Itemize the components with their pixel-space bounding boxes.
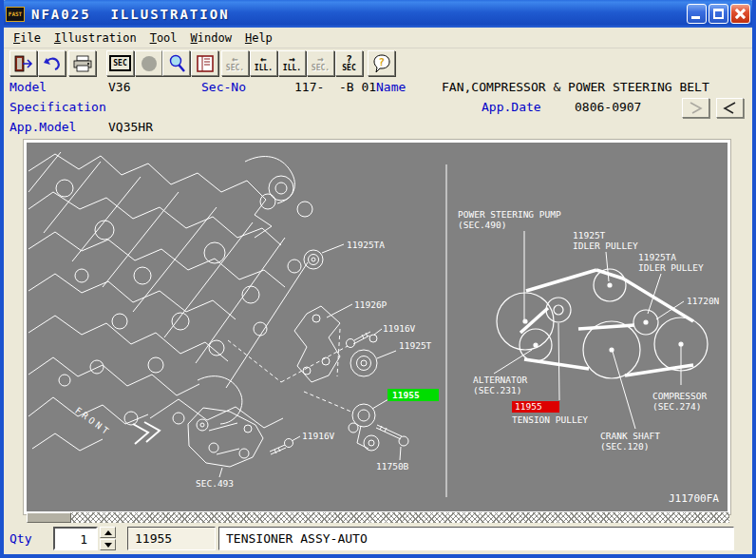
left-arrow-icon: ← <box>232 55 238 64</box>
part-label-11926p[interactable]: 11926P <box>354 299 387 310</box>
label-compressor: COMPRESSOR <box>652 391 707 401</box>
qty-increment-button[interactable] <box>100 527 116 538</box>
label-crank-shaft: CRANK SHAFT <box>600 431 660 441</box>
label-tension-pulley: TENSION PULLEY <box>512 414 588 425</box>
part-label-11916v-b[interactable]: 11916V <box>302 431 335 441</box>
qty-decrement-button[interactable] <box>100 539 116 550</box>
secno-value: 117- -B 01 <box>294 80 376 94</box>
circle-button[interactable] <box>135 50 162 76</box>
application-window: { "window": { "logo": "FAST", "title": "… <box>0 0 756 558</box>
up-arrow-icon <box>104 530 112 535</box>
qty-input[interactable]: 1 <box>53 527 98 550</box>
right-arrow-icon: → <box>317 55 324 64</box>
horizontal-scrollbar[interactable] <box>27 512 729 523</box>
printer-icon <box>72 55 93 72</box>
prev-illustration-button[interactable]: ← ILL. <box>250 50 277 76</box>
question-icon: ? <box>346 55 352 64</box>
next-page-icon <box>683 99 709 117</box>
qty-label: Qty <box>9 531 31 546</box>
print-button[interactable] <box>68 50 96 76</box>
help-balloon-icon: ? <box>372 54 391 73</box>
minimize-icon <box>691 16 700 19</box>
part-number-field: 11955 <box>127 527 216 550</box>
menu-help[interactable]: Help <box>241 29 282 47</box>
maximize-icon <box>713 9 724 19</box>
window-title: NFA025 ILLUSTRATION <box>31 7 230 22</box>
menu-window[interactable]: Window <box>187 29 241 47</box>
name-label: Name <box>376 80 406 94</box>
maximize-button[interactable] <box>709 4 728 24</box>
illustration-canvas[interactable]: 11925TA 11926P 11916V 11925T 11955 11916… <box>27 143 728 511</box>
label-compressor-sec: (SEC.274) <box>652 401 701 412</box>
next-section-button[interactable]: → SEC. <box>307 50 334 76</box>
status-bar: Qty 1 11955 TENSIONER ASSY-AUTO <box>4 524 752 554</box>
sec-box-icon: SEC <box>109 55 130 71</box>
prev-page-button[interactable] <box>716 98 744 118</box>
next-illustration-button[interactable]: → ILL. <box>278 50 306 76</box>
prev-section-button[interactable]: ← SEC. <box>221 50 249 76</box>
magnifier-icon <box>167 54 186 73</box>
belt-path <box>520 270 693 375</box>
undo-arrow-icon <box>43 56 62 71</box>
part-label-11925t[interactable]: 11925T <box>399 340 432 351</box>
assembly-centerlines <box>228 329 353 413</box>
label-tension-part-no[interactable]: 11955 <box>515 401 542 412</box>
name-value: FAN,COMPRESSOR & POWER STEERING BELT <box>442 80 709 94</box>
svg-text:?: ? <box>378 56 385 68</box>
sec-view-button[interactable]: SEC <box>106 50 134 76</box>
part-name-field: TENSIONER ASSY-AUTO <box>218 527 734 550</box>
circle-icon <box>141 55 158 72</box>
label-idler-ta-name: IDLER PULLEY <box>638 262 704 273</box>
part-label-11925ta[interactable]: 11925TA <box>347 240 385 250</box>
appmodel-label: App.Model <box>9 120 76 134</box>
engine-line-art <box>28 152 312 451</box>
part-label-11750b[interactable]: 11750B <box>376 461 409 471</box>
section-ref-493[interactable]: SEC.493 <box>196 478 234 489</box>
prev-page-icon <box>717 99 743 117</box>
app-logo-icon: FAST <box>6 7 25 22</box>
label-crank-shaft-sec: (SEC.120) <box>600 441 649 452</box>
minimize-button[interactable] <box>687 4 707 24</box>
right-arrow-icon: → <box>289 55 295 64</box>
left-arrow-icon: ← <box>260 55 267 64</box>
appmodel-value: VQ35HR <box>108 120 153 134</box>
part-label-11916v-a[interactable]: 11916V <box>383 323 416 334</box>
book-button[interactable] <box>191 50 218 76</box>
model-label: Model <box>9 80 47 94</box>
menu-tool[interactable]: Tool <box>146 29 187 47</box>
search-button[interactable] <box>162 50 190 76</box>
info-panel: Model V36 Sec-No 117- -B 01 Name FAN,COM… <box>4 79 752 139</box>
menu-illustration[interactable]: Illustration <box>50 29 146 47</box>
menu-bar: File Illustration Tool Window Help <box>4 28 752 48</box>
secno-label: Sec-No <box>201 80 246 94</box>
specification-label: Specification <box>9 100 106 114</box>
detached-parts <box>133 244 408 477</box>
undo-button[interactable] <box>38 50 66 76</box>
illustration-frame: 11925TA 11926P 11916V 11925T 11955 11916… <box>23 139 731 515</box>
book-icon <box>196 55 215 72</box>
quantity-stepper <box>100 527 116 550</box>
label-idler-t-no: 11925T <box>573 230 606 241</box>
label-belt-11720n: 11720N <box>687 296 720 306</box>
part-label-11955-green[interactable]: 11955 <box>392 390 420 400</box>
label-idler-ta-no: 11925TA <box>638 252 676 262</box>
scrollbar-thumb[interactable] <box>27 512 71 523</box>
label-alternator-sec: (SEC.231) <box>473 385 521 395</box>
label-idler-t-name: IDLER PULLEY <box>573 241 638 251</box>
next-page-button[interactable] <box>682 98 709 118</box>
help-button[interactable]: ? <box>368 50 395 76</box>
appdate-value: 0806-0907 <box>575 100 641 114</box>
close-button[interactable] <box>730 4 750 24</box>
figure-id: J11700FA <box>669 492 719 505</box>
menu-file[interactable]: File <box>9 29 50 47</box>
title-bar[interactable]: FAST NFA025 ILLUSTRATION <box>0 0 756 28</box>
label-ps-pump: POWER STEERING PUMP <box>458 209 561 220</box>
label-alternator: ALTERNATOR <box>473 375 527 385</box>
section-help-button[interactable]: ? SEC <box>335 50 363 76</box>
parts-illustration: 11925TA 11926P 11916V 11925T 11955 11916… <box>27 143 728 511</box>
toolbar: SEC ← SEC. ← ILL. → ILL. → SEC. ? SEC <box>4 48 752 79</box>
exit-button[interactable] <box>9 50 37 76</box>
label-ps-pump-sec: (SEC.490) <box>458 220 506 230</box>
exit-door-icon <box>14 55 33 72</box>
appdate-label: App.Date <box>482 100 541 114</box>
